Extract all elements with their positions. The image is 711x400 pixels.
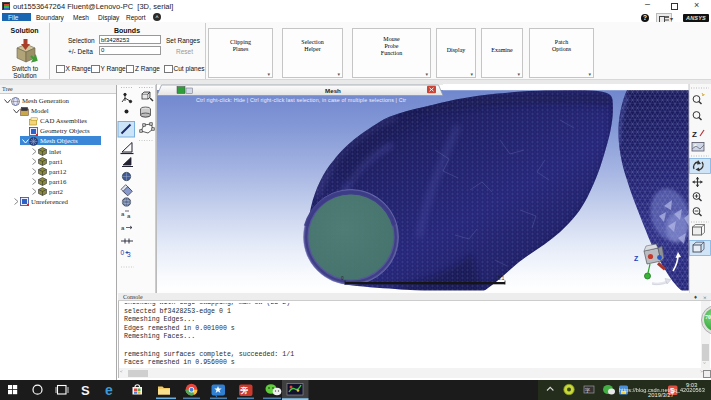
svg-text:Mesh: Mesh (325, 87, 341, 94)
svg-text:a: a (127, 213, 131, 219)
svg-text:a: a (121, 211, 125, 217)
svg-text:https://blog.csdn.net/qq_42020: https://blog.csdn.net/qq_42020563 (619, 387, 705, 393)
svg-text:a: a (121, 225, 125, 231)
svg-text:3: 3 (127, 251, 131, 258)
svg-text:Z: Z (634, 255, 639, 262)
svg-text:e: e (105, 382, 113, 398)
svg-text:旁: 旁 (240, 386, 249, 395)
svg-text:S: S (81, 383, 90, 398)
svg-text:0: 0 (121, 249, 125, 256)
svg-text:0.1: 0.1 (498, 276, 505, 281)
svg-text:Ctrl right-click: Hide | Ctrl: Ctrl right-click: Hide | Ctrl right-clic… (196, 97, 406, 103)
svg-text:Z: Z (692, 130, 697, 139)
svg-text:字: 字 (585, 387, 590, 393)
